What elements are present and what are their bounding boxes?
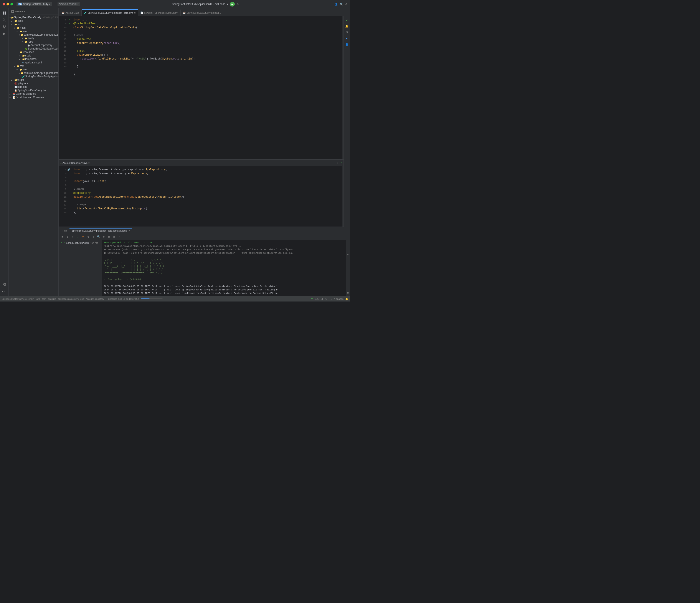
console-save-icon[interactable]: ⬇: [346, 258, 350, 263]
console-scroll-down[interactable]: ↓: [346, 246, 350, 251]
version-control-selector[interactable]: Version control ▾: [57, 2, 80, 6]
tree-item-static[interactable]: ▸ 📁 static: [9, 54, 58, 57]
settings-icon[interactable]: ⚙: [345, 3, 347, 6]
editor-scrollbar-top[interactable]: [342, 16, 344, 159]
tree-item-target[interactable]: ▸ 📁 target: [9, 78, 58, 82]
right-bar-bookmarks-icon[interactable]: m: [345, 30, 349, 35]
console-scroll-up[interactable]: ↑: [346, 241, 350, 246]
tree-item-resources[interactable]: ▾ 📁 resources: [9, 50, 58, 54]
tree-item-idea[interactable]: ▸ 📁 .idea: [9, 19, 58, 23]
status-bar: SpringBootDataStudy › src › main › java …: [0, 296, 350, 302]
maximize-button[interactable]: [10, 3, 13, 5]
tree-item-pom[interactable]: 📄 pom.xml: [9, 85, 58, 89]
tree-root-path: ~/Desktop/CS/JavaEE/5 Java S: [43, 16, 58, 19]
tree-item-entity[interactable]: ▸ 📁 entity: [9, 37, 58, 40]
tree-item-account-repo[interactable]: ☕ AccountRepository: [9, 44, 58, 47]
close-button[interactable]: [3, 3, 5, 5]
toolbar-btn-7[interactable]: 🔍: [96, 235, 101, 239]
tree-item-iml[interactable]: 📋 SpringBootDataStudy.iml: [9, 89, 58, 92]
bottom-tab-close[interactable]: ✕: [128, 230, 130, 232]
tree-label-test-file: SpringBootDataStudyApplicationTests: [25, 75, 58, 78]
folder-icon: 📁: [20, 30, 22, 32]
activity-plugins[interactable]: [1, 282, 7, 288]
debug-button[interactable]: ⚙: [236, 3, 239, 6]
progress-bar-fill: [141, 298, 150, 299]
toolbar-coverage-btn[interactable]: ⊕: [70, 235, 75, 239]
status-notifications-icon[interactable]: 🔔: [345, 297, 348, 300]
folder-icon: 📁: [14, 79, 17, 81]
tree-item-src[interactable]: ▾ 📁 src: [9, 23, 58, 26]
toolbar-btn-10[interactable]: ▦: [112, 235, 116, 239]
minimize-button[interactable]: [6, 3, 9, 5]
project-tree: ▾ 📁 SpringBootDataStudy ~/Desktop/CS/Jav…: [9, 15, 58, 296]
toolbar-passed-btn[interactable]: ✓: [76, 235, 80, 239]
tree-item-scratches[interactable]: ▸ 📝 Scratches and Consoles: [9, 96, 58, 99]
tree-item-root[interactable]: ▾ 📁 SpringBootDataStudy ~/Desktop/CS/Jav…: [9, 16, 58, 19]
tree-item-gitignore[interactable]: 🚫 .gitignore: [9, 82, 58, 85]
console-clear-icon[interactable]: 🗑: [346, 291, 350, 295]
status-indent[interactable]: 4 spaces: [334, 297, 344, 300]
editor-bottom-pane-menu[interactable]: ⋮: [336, 161, 339, 164]
toolbar-more-btn[interactable]: ⋮: [117, 235, 122, 239]
tree-item-external-libs[interactable]: ▸ 📚 External Libraries: [9, 92, 58, 96]
activity-git[interactable]: [1, 24, 7, 30]
tree-item-main[interactable]: ▾ 📁 main: [9, 26, 58, 29]
toolbar-rerun-btn[interactable]: ↺: [60, 235, 64, 239]
tree-item-application-yml[interactable]: ⚙ application.yml: [9, 61, 58, 64]
right-bar-account-icon[interactable]: 👤: [345, 42, 349, 47]
activity-more[interactable]: ···: [1, 288, 7, 294]
right-bar-circle-icon[interactable]: ●: [345, 36, 349, 41]
editor-scrollbar-bottom[interactable]: [342, 166, 344, 226]
right-bar-notifications-icon[interactable]: 🔔: [345, 24, 349, 29]
tree-item-java-main[interactable]: ▾ 📁 java: [9, 29, 58, 33]
activity-run[interactable]: [1, 31, 7, 37]
toolbar-btn-6[interactable]: ↕: [91, 235, 96, 239]
tab-account-java[interactable]: ☕ Account.java: [59, 9, 82, 16]
folder-icon: 📁: [14, 23, 17, 26]
tab-spring-app[interactable]: ☕ SpringBootDataStudyApplicati...: [181, 9, 223, 16]
editor-bottom-tab-close[interactable]: ✕: [89, 162, 90, 164]
console-spring-art: . ____ _ __ _ _ /\\ / ___'_ __ _ _(_)_ _…: [104, 255, 344, 278]
tree-item-java-test[interactable]: ▾ 📁 java: [9, 68, 58, 71]
account-icon[interactable]: 👤: [335, 3, 338, 6]
console-output[interactable]: Tests passed: 1 of 1 test – 414 ms /Libr…: [102, 240, 346, 296]
tab-pom-xml[interactable]: 📄 pom.xml (SpringBootDataStudy): [138, 9, 181, 16]
tab-close-tests[interactable]: ✕: [134, 12, 136, 14]
tab-overflow-button[interactable]: ▾: [342, 10, 346, 14]
bottom-tab-run[interactable]: Run: [60, 228, 69, 233]
console-spring-version: :: Spring Boot :: (v3.3.0): [104, 278, 344, 281]
more-run-options[interactable]: ⋮: [241, 3, 243, 6]
console-wrap-icon[interactable]: ≡: [346, 252, 350, 257]
toolbar-btn-9[interactable]: ▦: [107, 235, 111, 239]
status-line-col[interactable]: 12:2: [315, 297, 319, 300]
sidebar-dropdown-icon[interactable]: ▾: [24, 10, 25, 13]
tree-item-test-package[interactable]: ▾ 📁 com.example.springbootdatastudy: [9, 71, 58, 75]
toolbar-btn-5[interactable]: ⇅: [86, 235, 90, 239]
toolbar-btn-8[interactable]: ⚙: [102, 235, 106, 239]
activity-project[interactable]: [1, 10, 7, 16]
toolbar-stop-btn[interactable]: ⊘: [81, 235, 85, 239]
console-line-1: /Library/Java/JavaVirtualMachines/graalv…: [104, 244, 344, 248]
right-bar-check-icon[interactable]: ✓: [345, 18, 349, 23]
tab-settings-button[interactable]: ⋮: [347, 13, 349, 16]
search-icon[interactable]: 🔍: [340, 3, 343, 6]
bottom-tab-context-loads[interactable]: SpringBootDataStudyApplicationTests.cont…: [70, 228, 132, 233]
status-vcs-icon: V: [311, 297, 312, 300]
status-encoding[interactable]: UTF-8: [325, 297, 332, 300]
tab-springboot-tests[interactable]: 🧪 SpringBootDataStudyApplicationTests.ja…: [82, 9, 138, 16]
activity-find[interactable]: [1, 17, 7, 23]
chevron-down-icon: ▾: [22, 41, 24, 43]
tree-item-test[interactable]: ▾ 📁 test: [9, 64, 58, 68]
run-button[interactable]: ▶: [230, 2, 235, 6]
project-selector[interactable]: SB SpringBootDataStudy ▾: [17, 2, 52, 6]
tree-item-spring-app[interactable]: 🌿 SpringBootDataStudyApplication: [9, 47, 58, 50]
tree-item-test-file[interactable]: 🧪 SpringBootDataStudyApplicationTests: [9, 75, 58, 78]
run-item-app[interactable]: ✓ ✓ SpringBootDataApplic 414 ms: [59, 241, 101, 245]
status-left: SpringBootDataStudy › src › main › java …: [2, 297, 309, 300]
toolbar-btn-2[interactable]: ↺: [65, 235, 70, 239]
tree-item-package[interactable]: ▾ 📁 com.example.springbootdatastudy: [9, 33, 58, 37]
titlebar-center: SpringBootDataStudyApplicationTe...extLo…: [82, 2, 333, 6]
status-line-ending[interactable]: LF: [321, 297, 324, 300]
tree-item-repo[interactable]: ▾ 📁 repo: [9, 40, 58, 44]
tree-item-templates[interactable]: ▸ 📁 templates: [9, 57, 58, 61]
